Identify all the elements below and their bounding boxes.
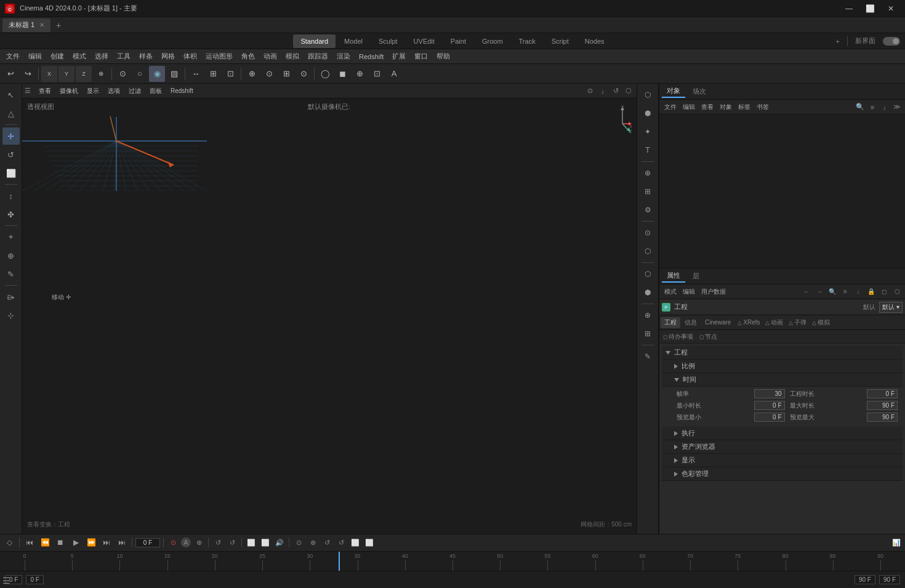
render-button[interactable]: ⊙ — [261, 66, 277, 82]
rt-text-tool[interactable]: T — [639, 142, 656, 159]
vp-fullscreen-icon[interactable]: ⬡ — [623, 86, 634, 97]
pen-tool[interactable]: ⌲ — [2, 288, 20, 305]
section-header-execute[interactable]: 执行 — [662, 427, 903, 440]
menu-file[interactable]: 文件 — [2, 50, 23, 62]
undo-button[interactable]: ↩ — [2, 66, 18, 82]
tab-scene[interactable]: 场次 — [688, 86, 711, 97]
rt-null-tool[interactable]: ⊕ — [639, 307, 656, 324]
multitransform-tool[interactable]: ✤ — [2, 206, 20, 223]
vp-refresh-icon[interactable]: ↺ — [610, 86, 621, 97]
rt-generator-tool[interactable]: ⊕ — [639, 164, 656, 182]
tab-object[interactable]: 对象 — [662, 85, 685, 98]
fps-input[interactable] — [754, 389, 785, 398]
rt-paint-tool[interactable]: ✎ — [639, 348, 656, 365]
props-edit-menu[interactable]: 编辑 — [680, 286, 698, 297]
tl-more-icon[interactable]: ⬜ — [363, 536, 376, 549]
rt-nurbs-tool[interactable]: ⬢ — [639, 105, 656, 122]
objpanel-more-icon[interactable]: ≫ — [891, 102, 903, 113]
coord-x-button[interactable]: X — [41, 66, 57, 82]
rt-light-tool[interactable]: ⬡ — [639, 243, 656, 260]
ws-tab-script[interactable]: Script — [544, 34, 576, 48]
vp-menu-redshift[interactable]: Redshift — [167, 86, 196, 95]
props-lock-icon[interactable]: 🔒 — [866, 286, 877, 297]
tl-chart-icon[interactable]: 📊 — [890, 536, 903, 549]
subtab-simulate[interactable]: △模拟 — [810, 317, 832, 328]
coord-y-button[interactable]: Y — [58, 66, 74, 82]
subtab-todo[interactable]: ◻待办事项 — [661, 331, 696, 342]
maximize-button[interactable]: ⬜ — [861, 2, 879, 15]
tab-layer[interactable]: 层 — [688, 270, 704, 282]
section-header-time[interactable]: 时间 — [662, 373, 903, 387]
tab-properties[interactable]: 属性 — [662, 270, 685, 283]
props-sort-icon[interactable]: ↓ — [853, 286, 864, 297]
props-search-icon[interactable]: 🔍 — [827, 286, 838, 297]
preview-max-input[interactable] — [867, 413, 898, 422]
layout-toggle[interactable] — [883, 37, 900, 46]
new-layout-button[interactable]: 新界面 — [851, 35, 879, 47]
pivot-button[interactable]: ⊞ — [205, 66, 221, 82]
vp-menu-view[interactable]: 查看 — [36, 86, 54, 97]
props-userdata-menu[interactable]: 用户数据 — [699, 286, 728, 297]
menu-window[interactable]: 窗口 — [411, 50, 432, 62]
subtab-project[interactable]: 工程 — [661, 317, 680, 328]
eyedrop-tool[interactable]: ⊕ — [2, 247, 20, 264]
file-tab-untitled[interactable]: 未标题 1 ✕ — [2, 18, 50, 32]
menu-animate[interactable]: 动画 — [260, 50, 281, 62]
status-right-frame[interactable]: 90 F — [879, 575, 900, 584]
menu-create[interactable]: 创建 — [47, 50, 68, 62]
status-left-frame[interactable]: 0 F — [26, 575, 43, 584]
tl-goto-end-button[interactable]: ⏭ — [100, 536, 113, 549]
tl-play-button[interactable]: ▶ — [69, 536, 82, 549]
floor-button[interactable]: ⊕ — [352, 66, 368, 82]
move-tool[interactable]: ✛ — [2, 127, 20, 145]
vp-render-icon[interactable]: ⊙ — [584, 86, 595, 97]
hamburger-menu[interactable]: ☰ — [2, 576, 10, 586]
menu-render[interactable]: 渲染 — [333, 50, 354, 62]
rt-joint-tool[interactable]: ⬡ — [639, 265, 656, 283]
transform-tool[interactable]: ↕ — [2, 187, 20, 204]
menu-help[interactable]: 帮助 — [433, 50, 454, 62]
objpanel-file-menu[interactable]: 文件 — [662, 102, 679, 113]
menu-mograph[interactable]: 运动图形 — [202, 50, 236, 62]
tl-clip2-icon[interactable]: ⬜ — [259, 536, 272, 549]
props-filter-icon[interactable]: ≡ — [840, 286, 851, 297]
viewport-canvas[interactable] — [22, 99, 207, 191]
subtab-animation[interactable]: △动画 — [763, 317, 786, 328]
timeline-playhead[interactable] — [339, 552, 340, 571]
tl-edit-icon[interactable]: ⬜ — [349, 536, 361, 549]
render-all-button[interactable]: ⊞ — [278, 66, 294, 82]
viewport[interactable]: ☰ 查看 摄像机 显示 选项 过滤 面板 Redshift ⊙ ↓ ↺ ⬡ 透视… — [22, 84, 637, 534]
menu-character[interactable]: 角色 — [238, 50, 259, 62]
objpanel-bookmark-menu[interactable]: 书签 — [754, 102, 771, 113]
vp-menu-display[interactable]: 显示 — [84, 86, 102, 97]
light-button[interactable]: ◯ — [317, 66, 333, 82]
menu-mode[interactable]: 模式 — [69, 50, 90, 62]
coord-all-button[interactable]: ⊕ — [93, 66, 109, 82]
tl-next-frame-button[interactable]: ⏩ — [84, 536, 98, 549]
tl-snap-icon[interactable]: ⊙ — [292, 536, 305, 549]
vp-menu-icon[interactable]: ☰ — [25, 87, 31, 95]
tl-keyframe-record-icon[interactable]: ⊙ — [167, 536, 179, 549]
min-length-input[interactable] — [754, 401, 785, 410]
ws-tab-paint[interactable]: Paint — [443, 34, 473, 48]
props-mode-menu[interactable]: 模式 — [662, 286, 679, 297]
ws-tab-track[interactable]: Track — [512, 34, 543, 48]
props-expand-icon[interactable]: ⬡ — [891, 286, 903, 297]
tl-current-frame-display[interactable]: 0 F — [135, 538, 160, 547]
coord-z-button[interactable]: Z — [76, 66, 92, 82]
props-forward-icon[interactable]: → — [814, 286, 825, 297]
menu-volume[interactable]: 体积 — [180, 50, 201, 62]
vp-menu-camera[interactable]: 摄像机 — [57, 86, 81, 97]
props-back-icon[interactable]: ← — [801, 286, 812, 297]
tab-close-icon[interactable]: ✕ — [39, 22, 44, 28]
menu-mesh[interactable]: 网格 — [158, 50, 179, 62]
tl-goto-start-button[interactable]: ⏮ — [23, 536, 36, 549]
snap-button[interactable]: ⊙ — [115, 66, 131, 82]
snap2-button[interactable]: ○ — [132, 66, 148, 82]
ws-tab-standard[interactable]: Standard — [293, 34, 336, 48]
max-length-input[interactable] — [867, 401, 898, 410]
rt-deformer-tool[interactable]: ✦ — [639, 123, 656, 140]
subtab-bullet[interactable]: △子弹 — [786, 317, 809, 328]
rt-settings-tool[interactable]: ⚙ — [639, 201, 656, 219]
menu-edit[interactable]: 编辑 — [25, 50, 46, 62]
